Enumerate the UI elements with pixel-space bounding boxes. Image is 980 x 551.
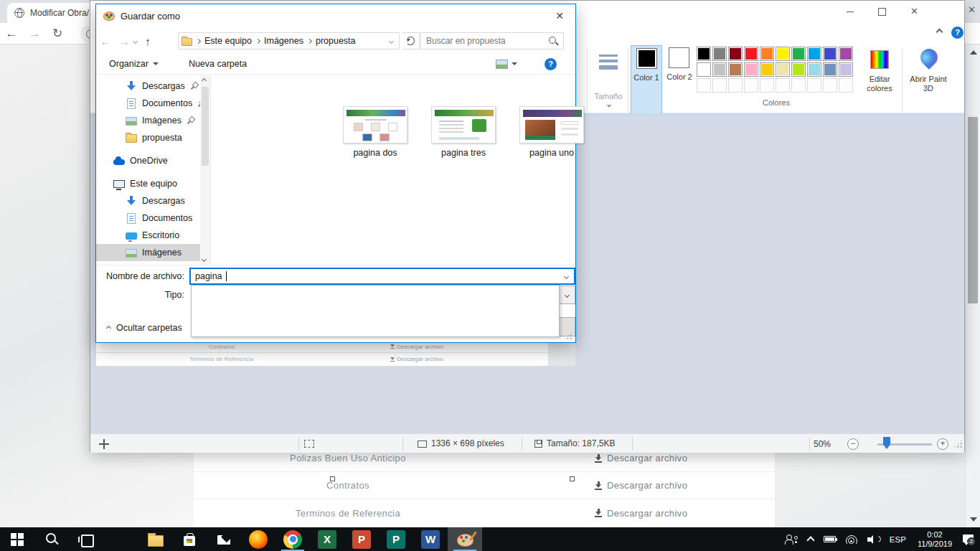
forward-icon[interactable]: → xyxy=(23,27,46,41)
sidebar-item-este-equipo[interactable]: Este equipo xyxy=(96,175,200,192)
taskbar-search-button[interactable] xyxy=(34,527,69,551)
palette-color-swatch[interactable] xyxy=(839,47,853,61)
taskbar-store-button[interactable] xyxy=(172,527,207,551)
breadcrumb-item[interactable]: Este equipo xyxy=(204,36,252,46)
nav-back-icon[interactable]: ← xyxy=(96,35,115,47)
file-item[interactable]: pagina uno xyxy=(516,106,588,158)
palette-color-swatch[interactable] xyxy=(791,47,806,61)
palette-color-swatch[interactable] xyxy=(728,62,743,77)
breadcrumb[interactable]: Este equipoImágenespropuesta xyxy=(178,32,400,50)
zoom-in-button[interactable]: + xyxy=(937,438,948,450)
dialog-close-button[interactable]: ✕ xyxy=(550,7,570,24)
palette-color-swatch[interactable] xyxy=(791,62,806,77)
taskbar-task-view-button[interactable] xyxy=(69,527,103,551)
clock[interactable]: 0:0211/9/2019 xyxy=(912,527,958,551)
scrollbar-thumb[interactable] xyxy=(968,117,978,303)
palette-empty-slot[interactable] xyxy=(776,78,790,93)
back-icon[interactable]: ← xyxy=(0,27,23,41)
sidebar-item-descargas[interactable]: Descargas xyxy=(96,77,200,95)
views-button[interactable] xyxy=(496,60,517,69)
sidebar-item-im-genes[interactable]: Imágenes xyxy=(96,244,200,261)
sidebar-item-onedrive[interactable]: OneDrive xyxy=(96,152,200,169)
palette-color-swatch[interactable] xyxy=(697,62,711,77)
taskbar-start-button[interactable] xyxy=(0,527,34,551)
maximize-button[interactable] xyxy=(866,1,898,22)
action-center-button[interactable]: 2 xyxy=(958,527,980,551)
palette-color-swatch[interactable] xyxy=(776,47,790,61)
palette-empty-slot[interactable] xyxy=(807,78,821,93)
nav-up-icon[interactable]: ↑ xyxy=(137,35,159,47)
paint-help-icon[interactable]: ? xyxy=(951,27,963,39)
search-input[interactable] xyxy=(421,36,548,46)
palette-color-swatch[interactable] xyxy=(807,47,821,61)
nav-scroll-down-icon[interactable] xyxy=(202,257,207,262)
breadcrumb-item[interactable]: Imágenes xyxy=(264,36,303,46)
taskbar-excel-button[interactable] xyxy=(310,527,344,551)
nav-scrollbar[interactable] xyxy=(200,75,210,265)
palette-empty-slot[interactable] xyxy=(839,78,853,93)
palette-empty-slot[interactable] xyxy=(712,78,727,93)
zoom-slider-thumb[interactable] xyxy=(883,437,890,449)
palette-empty-slot[interactable] xyxy=(760,78,774,93)
nav-scrollbar-thumb[interactable] xyxy=(202,87,209,166)
taskbar-publisher-button[interactable] xyxy=(379,527,413,551)
refresh-button[interactable] xyxy=(402,32,420,50)
people-button[interactable] xyxy=(780,527,803,551)
palette-color-swatch[interactable] xyxy=(839,62,853,77)
download-link[interactable]: Descargar archivo xyxy=(502,480,687,491)
palette-color-swatch[interactable] xyxy=(823,47,837,61)
file-item[interactable]: pagina tres xyxy=(428,106,499,158)
download-link[interactable]: Descargar archivo xyxy=(502,453,687,463)
sidebar-item-descargas[interactable]: Descargas xyxy=(96,192,200,209)
tray-overflow-button[interactable] xyxy=(803,527,819,551)
canvas-resize-handle-bottom[interactable] xyxy=(330,476,335,481)
sidebar-item-escritorio[interactable]: Escritorio xyxy=(96,227,200,244)
battery-button[interactable] xyxy=(819,527,841,551)
zoom-out-button[interactable]: − xyxy=(847,438,859,450)
collapse-ribbon-icon[interactable] xyxy=(936,29,943,36)
palette-color-swatch[interactable] xyxy=(697,47,711,61)
new-folder-button[interactable]: Nueva carpeta xyxy=(189,59,247,69)
save-button[interactable] xyxy=(558,317,575,336)
palette-empty-slot[interactable] xyxy=(697,78,711,93)
dialog-titlebar[interactable]: Guardar como ✕ xyxy=(96,4,575,27)
palette-empty-slot[interactable] xyxy=(728,78,743,93)
taskbar-paint-button[interactable] xyxy=(448,527,482,551)
palette-color-swatch[interactable] xyxy=(823,62,837,77)
palette-color-swatch[interactable] xyxy=(807,62,821,77)
file-item[interactable]: pagina dos xyxy=(339,106,411,158)
taskbar-edge-button[interactable] xyxy=(103,527,138,551)
breadcrumb-dropdown-icon[interactable] xyxy=(389,38,394,43)
network-button[interactable] xyxy=(841,527,862,551)
file-type-dropdown[interactable] xyxy=(558,286,575,304)
help-icon[interactable]: ? xyxy=(545,58,557,70)
open-paint3d-button[interactable]: Abrir Paint 3D xyxy=(908,46,948,116)
palette-color-swatch[interactable] xyxy=(760,47,774,61)
hide-folders-button[interactable]: Ocultar carpetas xyxy=(107,323,182,333)
scroll-up-icon[interactable] xyxy=(970,50,977,55)
taskbar-firefox-button[interactable] xyxy=(241,527,275,551)
palette-color-swatch[interactable] xyxy=(728,47,743,61)
palette-empty-slot[interactable] xyxy=(823,78,837,93)
nav-forward-icon[interactable]: → xyxy=(115,35,133,47)
filename-autocomplete-panel[interactable] xyxy=(191,285,560,337)
window-resize-grip[interactable] xyxy=(953,439,963,448)
sidebar-item-im-genes[interactable]: Imágenes xyxy=(96,112,200,129)
taskbar-chrome-button[interactable] xyxy=(275,527,310,551)
reload-icon[interactable]: ↻ xyxy=(46,26,69,41)
filename-input[interactable]: pagina xyxy=(189,268,575,285)
palette-color-swatch[interactable] xyxy=(760,62,774,77)
palette-empty-slot[interactable] xyxy=(791,78,806,93)
sidebar-item-documentos[interactable]: Documentos xyxy=(96,209,200,227)
breadcrumb-item[interactable]: propuesta xyxy=(316,36,356,46)
browser-close-icon[interactable]: ✕ xyxy=(968,4,976,15)
edit-colors-button[interactable]: Editar colores xyxy=(859,46,900,116)
size-button[interactable]: Tamaño xyxy=(590,46,626,116)
taskbar-powerpoint-button[interactable] xyxy=(344,527,379,551)
color1-button[interactable]: Color 1 xyxy=(631,45,662,117)
nav-scroll-up-icon[interactable] xyxy=(202,78,207,83)
close-button[interactable]: ✕ xyxy=(898,1,930,22)
taskbar-word-button[interactable] xyxy=(413,527,448,551)
palette-empty-slot[interactable] xyxy=(744,78,758,93)
palette-color-swatch[interactable] xyxy=(712,47,727,61)
